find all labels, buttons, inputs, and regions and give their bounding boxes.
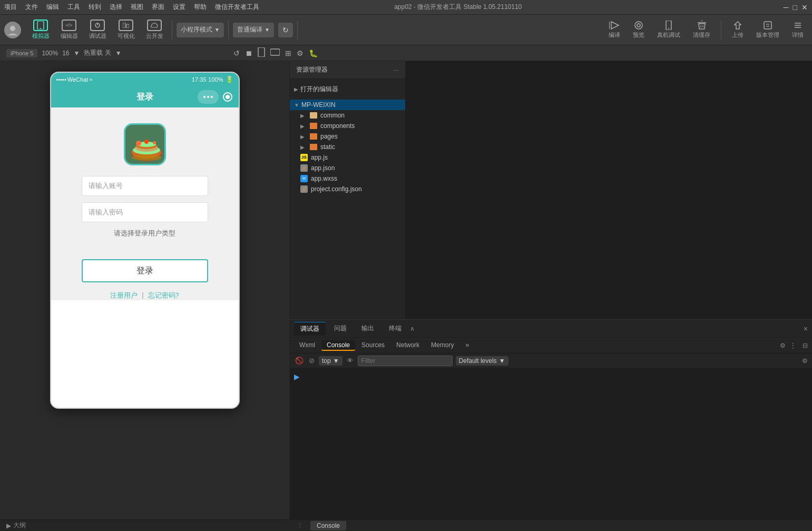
bottom-console-button[interactable]: Console <box>310 521 346 530</box>
nav-dot-button[interactable] <box>198 90 219 104</box>
file-app-js[interactable]: JS app.js <box>290 152 405 163</box>
folder-common[interactable]: ▶ common <box>290 110 405 121</box>
detail-button[interactable]: 详情 <box>788 18 808 41</box>
debug-close-icon[interactable]: × <box>804 324 808 333</box>
menu-item-settings[interactable]: 设置 <box>173 3 185 12</box>
menu-item-interface[interactable]: 界面 <box>152 3 164 12</box>
level-selector[interactable]: Default levels ▼ <box>456 356 508 366</box>
editor-button[interactable]: </> 编辑器 <box>56 17 82 43</box>
stop-icon[interactable]: ⏹ <box>245 49 252 57</box>
file-app-wxss[interactable]: W app.wxss <box>290 173 405 184</box>
dropdown-arrow-device[interactable]: ▼ <box>74 50 80 57</box>
devtools-tab-memory[interactable]: Memory <box>426 340 459 351</box>
clear-cache-button[interactable]: 清缓存 <box>689 18 715 41</box>
settings-icon[interactable]: ⚙ <box>297 49 304 57</box>
menu-item-edit[interactable]: 编辑 <box>46 3 59 12</box>
real-device-button[interactable]: 真机调试 <box>653 18 684 41</box>
login-button-label: 登录 <box>136 266 153 277</box>
debugger-icon <box>90 19 105 31</box>
folder-components[interactable]: ▶ components <box>290 121 405 131</box>
project-header[interactable]: ▼ MP-WEIXIN <box>290 100 405 110</box>
maximize-button[interactable]: □ <box>793 3 797 12</box>
debug-tab-problems[interactable]: 问题 <box>328 322 353 335</box>
version-button[interactable]: 版本管理 <box>752 18 784 41</box>
folder-static[interactable]: ▶ static <box>290 142 405 152</box>
cloud-button[interactable]: 云开发 <box>141 17 168 43</box>
wifi-icon: ≈ <box>89 76 92 83</box>
upload-button[interactable]: 上传 <box>728 18 748 41</box>
minimize-button[interactable]: ─ <box>784 3 789 12</box>
debug-tab-output[interactable]: 输出 <box>355 322 380 335</box>
forgot-password-link[interactable]: 忘记密码? <box>148 291 179 300</box>
phone-portrait-icon[interactable] <box>258 47 265 58</box>
console-filter-input[interactable] <box>358 356 453 366</box>
folder-pages[interactable]: ▶ pages <box>290 131 405 142</box>
visual-button[interactable]: 可视化 <box>113 17 139 43</box>
console-expand-arrow[interactable]: ▶ <box>294 372 808 381</box>
mode-dropdown[interactable]: 小程序模式 ▼ <box>177 23 224 37</box>
devtools-dock-icon[interactable]: ⊟ <box>803 342 808 349</box>
menu-item-view[interactable]: 视图 <box>131 3 143 12</box>
menu-item-select[interactable]: 选择 <box>110 3 122 12</box>
devtools-settings-icon[interactable]: ⚙ <box>780 342 786 349</box>
file-app-json[interactable]: {} app.json <box>290 163 405 173</box>
user-avatar[interactable] <box>4 22 21 38</box>
hotreload-arrow[interactable]: ▼ <box>115 50 122 57</box>
nav-title: 登录 <box>136 92 153 103</box>
bottom-dots-icon[interactable]: ⋮ <box>294 521 306 530</box>
user-type-selector[interactable]: 请选择登录用户类型 <box>114 229 175 238</box>
console-eye-icon[interactable]: 👁 <box>346 356 355 366</box>
console-settings-icon[interactable]: ⚙ <box>802 357 808 365</box>
refresh-button[interactable]: ↻ <box>278 23 293 37</box>
devtools-tab-network[interactable]: Network <box>391 340 425 351</box>
menu-item-goto[interactable]: 转到 <box>89 3 101 12</box>
devtools-tab-console[interactable]: Console <box>321 340 355 351</box>
context-selector[interactable]: top ▼ <box>319 356 343 366</box>
console-clear-icon[interactable]: 🚫 <box>294 356 305 366</box>
devtools-tab-wxml[interactable]: Wxml <box>294 340 320 351</box>
simulator-button[interactable]: 模拟器 <box>27 17 54 43</box>
menu-item-tools[interactable]: 工具 <box>67 3 80 12</box>
debug-expand-icon[interactable]: ∧ <box>410 325 415 332</box>
debugger-button[interactable]: 调试器 <box>84 17 111 43</box>
debug-tab-terminal[interactable]: 终端 <box>383 322 408 335</box>
split-view-icon[interactable]: ⊞ <box>285 49 291 57</box>
menu-item-file[interactable]: 文件 <box>25 3 38 12</box>
preview-button[interactable]: 预览 <box>629 18 649 41</box>
close-button[interactable]: ✕ <box>801 3 808 12</box>
open-editors-header[interactable]: ▶ 打开的编辑器 <box>290 83 405 95</box>
menu-item-project[interactable]: 项目 <box>4 3 17 12</box>
file-project-config[interactable]: {} project.config.json <box>290 184 405 194</box>
password-placeholder: 请输入密码 <box>89 208 123 217</box>
file-panel-more-icon[interactable]: ··· <box>394 66 399 74</box>
register-link[interactable]: 注册用户 <box>110 291 138 300</box>
hotreload-button[interactable]: 热重载 关 <box>84 48 111 57</box>
folder-static-label: static <box>320 143 335 151</box>
menu-item-help[interactable]: 帮助 <box>194 3 207 12</box>
devtools-tab-more[interactable]: » <box>460 340 474 351</box>
file-app-json-label: app.json <box>311 164 335 172</box>
cloud-icon <box>147 19 162 31</box>
project-section: ▼ MP-WEIXIN ▶ common ▶ <box>290 97 405 196</box>
devtools-tab-sources[interactable]: Sources <box>356 340 390 351</box>
password-input[interactable]: 请输入密码 <box>82 202 208 222</box>
username-input[interactable]: 请输入账号 <box>82 176 208 196</box>
menu-item-wechat-tools[interactable]: 微信开发者工具 <box>215 3 259 12</box>
open-editors-label: 打开的编辑器 <box>300 85 338 94</box>
more-tools-icon[interactable]: 🐛 <box>309 49 318 57</box>
nav-record-button[interactable] <box>223 92 232 102</box>
compile-button[interactable]: 编译 <box>604 18 624 41</box>
phone-landscape-icon[interactable] <box>270 48 280 57</box>
main-toolbar: 模拟器 </> 编辑器 调试器 可视化 云开发 小程序模式 ▼ 普通编译 ▼ ↻ <box>0 15 812 45</box>
phone-nav-bar: 登录 <box>51 86 239 107</box>
rotate-left-icon[interactable]: ↺ <box>233 49 240 57</box>
login-button[interactable]: 登录 <box>82 259 208 282</box>
devtools-more-icon[interactable]: ⋮ <box>790 342 796 349</box>
compile-dropdown[interactable]: 普通编译 ▼ <box>233 23 274 37</box>
svg-point-35 <box>132 154 161 161</box>
outline-chevron[interactable]: ▶ <box>6 522 11 529</box>
file-app-wxss-label: app.wxss <box>311 175 337 182</box>
debug-tab-debugger[interactable]: 调试器 <box>294 322 326 336</box>
console-filter-icon[interactable]: ⊘ <box>308 356 316 366</box>
device-model: iPhone 5 <box>6 49 37 57</box>
